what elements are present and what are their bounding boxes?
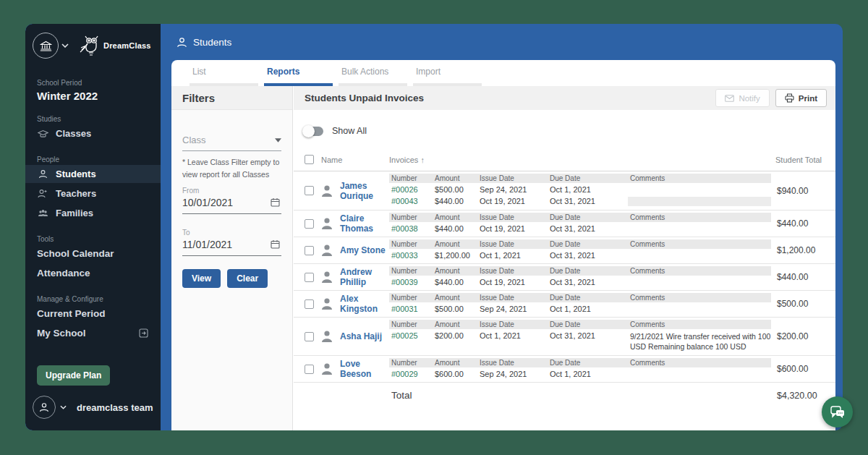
row-checkbox[interactable] bbox=[305, 299, 314, 309]
sidebar-item-students[interactable]: Students bbox=[25, 165, 161, 183]
sidebar-item-classes[interactable]: Classes bbox=[25, 124, 161, 143]
table-row: James Ourique Number Amount Issue Date D… bbox=[294, 171, 835, 211]
print-button[interactable]: Print bbox=[775, 89, 827, 107]
student-name-link[interactable]: Alex Kingston bbox=[340, 294, 389, 314]
sidebar-item-label: Teachers bbox=[56, 188, 96, 199]
sidebar: DreamClass School Period Winter 2022 Stu… bbox=[25, 24, 161, 430]
tab-list[interactable]: List bbox=[190, 60, 258, 86]
invoice-issue-date: Sep 24, 2021 bbox=[477, 185, 548, 194]
row-checkbox[interactable] bbox=[305, 365, 314, 374]
invoice-number[interactable]: #00031 bbox=[389, 305, 433, 313]
invoice-number[interactable]: #00029 bbox=[389, 370, 433, 378]
people-label: People bbox=[25, 156, 161, 163]
tab-reports[interactable]: Reports bbox=[264, 60, 333, 86]
invoice-due-date: Oct 1, 2021 bbox=[548, 185, 628, 194]
sidebar-item-teachers[interactable]: Teachers bbox=[25, 184, 161, 203]
row-checkbox[interactable] bbox=[305, 273, 314, 282]
invoice-number[interactable]: #00025 bbox=[389, 331, 433, 340]
chevron-down-icon[interactable] bbox=[61, 43, 69, 48]
notify-label: Notify bbox=[739, 94, 760, 103]
invoice-lines: #00038 $440.00 Oct 19, 2021 Oct 31, 2021 bbox=[389, 222, 771, 234]
student-total-value: $1,200.00 bbox=[771, 245, 835, 255]
family-icon bbox=[37, 209, 48, 217]
upgrade-plan-button[interactable]: Upgrade Plan bbox=[37, 365, 110, 386]
school-period-value[interactable]: Winter 2022 bbox=[25, 87, 161, 102]
from-date-field[interactable]: 10/01/2021 bbox=[182, 195, 281, 214]
invoice-line: #00039 $440.00 Oct 19, 2021 Oct 31, 2021 bbox=[389, 276, 771, 287]
calendar-icon[interactable] bbox=[271, 239, 280, 249]
invoice-line: #00038 $440.00 Oct 19, 2021 Oct 31, 2021 bbox=[389, 222, 771, 234]
table-row: Amy Stone Number Amount Issue Date Due D… bbox=[294, 237, 835, 264]
class-filter-note: * Leave Class Filter empty to view repor… bbox=[182, 156, 281, 181]
table-row: Alex Kingston Number Amount Issue Date D… bbox=[294, 291, 835, 318]
row-checkbox[interactable] bbox=[305, 186, 314, 195]
user-menu[interactable]: dreamclass team bbox=[25, 396, 161, 430]
row-checkbox[interactable] bbox=[305, 246, 314, 255]
invoice-line: #00025 $200.00 Oct 1, 2021 Oct 31, 2021 … bbox=[389, 329, 771, 352]
invoice-line: #00026 $500.00 Sep 24, 2021 Oct 1, 2021 bbox=[389, 183, 771, 195]
invoice-number[interactable]: #00043 bbox=[389, 197, 433, 205]
tab-import[interactable]: Import bbox=[413, 60, 482, 86]
tools-label: Tools bbox=[25, 235, 161, 243]
brand-text: DreamClass bbox=[103, 41, 151, 50]
sidebar-item-my-school[interactable]: My School bbox=[25, 324, 161, 342]
topbar: Students bbox=[161, 24, 843, 60]
school-switcher[interactable] bbox=[33, 33, 59, 59]
sidebar-item-school-calendar[interactable]: School Calendar bbox=[25, 244, 161, 263]
invoice-lines: #00026 $500.00 Sep 24, 2021 Oct 1, 2021 … bbox=[389, 183, 771, 207]
invoice-due-date: Oct 1, 2021 bbox=[548, 370, 628, 378]
invoices-column-header[interactable]: Invoices ↑ bbox=[389, 156, 771, 164]
sidebar-item-attendance[interactable]: Attendance bbox=[25, 264, 161, 282]
envelope-icon bbox=[725, 95, 734, 102]
table-row: Andrew Phillip Number Amount Issue Date … bbox=[294, 264, 835, 291]
sidebar-item-label: My School bbox=[37, 328, 86, 339]
calendar-icon[interactable] bbox=[271, 197, 280, 207]
from-label: From bbox=[182, 187, 281, 195]
invoice-issue-date: Oct 19, 2021 bbox=[477, 278, 548, 286]
select-all-checkbox[interactable] bbox=[305, 155, 314, 164]
invoice-issue-date: Oct 1, 2021 bbox=[477, 251, 548, 260]
report-title: Students Unpaid Invoices bbox=[305, 93, 424, 103]
student-name-link[interactable]: James Ourique bbox=[340, 181, 389, 201]
sort-up-icon: ↑ bbox=[420, 156, 425, 164]
person-icon bbox=[176, 37, 187, 48]
student-name-link[interactable]: Amy Stone bbox=[340, 245, 386, 255]
to-date-field[interactable]: 11/01/2021 bbox=[182, 237, 281, 256]
invoice-comments bbox=[628, 197, 771, 206]
content-card: List Reports Bulk Actions Import Filters… bbox=[171, 60, 835, 430]
sidebar-item-current-period[interactable]: Current Period bbox=[25, 305, 161, 323]
invoice-subheader: Number Amount Issue Date Due Date Commen… bbox=[389, 213, 771, 222]
invoice-number[interactable]: #00039 bbox=[389, 278, 433, 286]
student-name-link[interactable]: Andrew Phillip bbox=[340, 267, 389, 287]
invoice-number[interactable]: #00026 bbox=[389, 185, 433, 194]
student-total-value: $500.00 bbox=[771, 299, 835, 309]
class-filter-select[interactable]: Class bbox=[182, 135, 281, 151]
row-checkbox[interactable] bbox=[305, 219, 314, 229]
tab-bulk-actions[interactable]: Bulk Actions bbox=[339, 60, 407, 86]
chevron-down-icon bbox=[275, 138, 281, 143]
student-avatar-icon bbox=[320, 270, 334, 284]
notify-button[interactable]: Notify bbox=[715, 89, 769, 107]
invoice-number[interactable]: #00038 bbox=[389, 224, 433, 233]
invoice-number[interactable]: #00033 bbox=[389, 251, 433, 260]
show-all-toggle[interactable] bbox=[305, 127, 323, 136]
teacher-icon bbox=[37, 189, 48, 198]
clear-button[interactable]: Clear bbox=[227, 269, 268, 288]
main-area: Students List Reports Bulk Actions Impor… bbox=[161, 24, 843, 430]
row-checkbox[interactable] bbox=[305, 332, 314, 341]
invoice-amount: $200.00 bbox=[433, 331, 477, 340]
student-name-link[interactable]: Love Beeson bbox=[340, 359, 389, 379]
invoice-due-date: Oct 31, 2021 bbox=[548, 278, 628, 286]
student-total-value: $200.00 bbox=[771, 331, 835, 341]
student-name-link[interactable]: Asha Hajij bbox=[340, 331, 382, 341]
student-name-link[interactable]: Claire Thomas bbox=[340, 213, 389, 234]
student-avatar-icon bbox=[320, 329, 334, 344]
sidebar-item-families[interactable]: Families bbox=[25, 204, 161, 222]
person-icon bbox=[37, 169, 48, 179]
table-row: Asha Hajij Number Amount Issue Date Due … bbox=[294, 318, 835, 356]
view-button[interactable]: View bbox=[182, 269, 221, 288]
student-rows: James Ourique Number Amount Issue Date D… bbox=[294, 171, 835, 383]
report-header: Students Unpaid Invoices Notify Print bbox=[294, 86, 835, 110]
chat-button[interactable] bbox=[822, 396, 853, 428]
sidebar-item-label: Current Period bbox=[37, 308, 106, 319]
